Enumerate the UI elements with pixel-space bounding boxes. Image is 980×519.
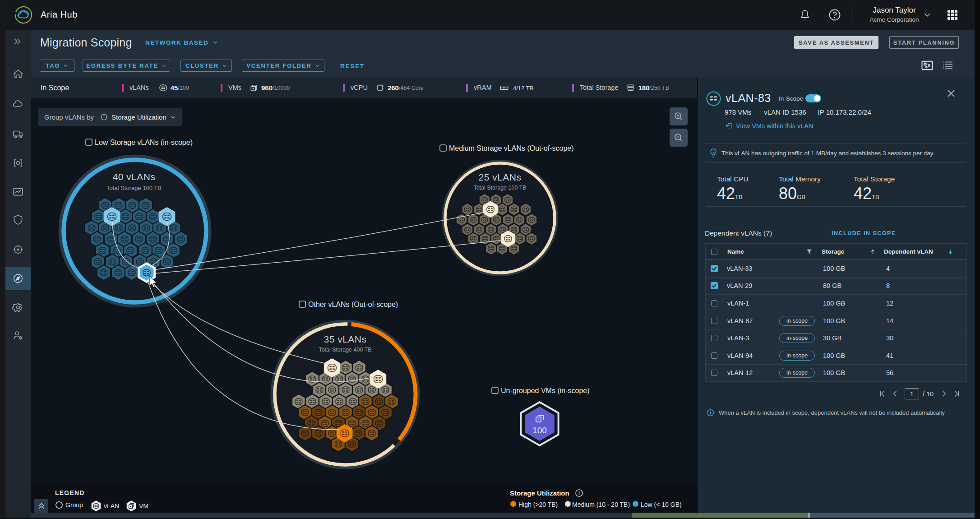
svg-text:35 vLANs: 35 vLANs: [324, 334, 366, 344]
svg-text:Total Storage 100 TB: Total Storage 100 TB: [473, 185, 526, 191]
svg-text:Other vLANs (Out-of-scope): Other vLANs (Out-of-scope): [308, 301, 398, 308]
svg-text:Medium Storage vLANs (Out-of-: Medium Storage vLANs (Out-of-scope): [449, 144, 574, 152]
svg-text:100: 100: [532, 426, 547, 435]
svg-text:Low Storage vLANs (in-scope): Low Storage vLANs (in-scope): [95, 139, 193, 146]
svg-text:Total Storage 100 TB: Total Storage 100 TB: [106, 185, 162, 191]
svg-text:Un-grouped VMs (in-scope): Un-grouped VMs (in-scope): [501, 387, 590, 394]
svg-text:Total Storage 400 TB: Total Storage 400 TB: [319, 347, 371, 353]
svg-text:40 vLANs: 40 vLANs: [112, 171, 155, 182]
svg-text:25 vLANs: 25 vLANs: [478, 172, 521, 182]
